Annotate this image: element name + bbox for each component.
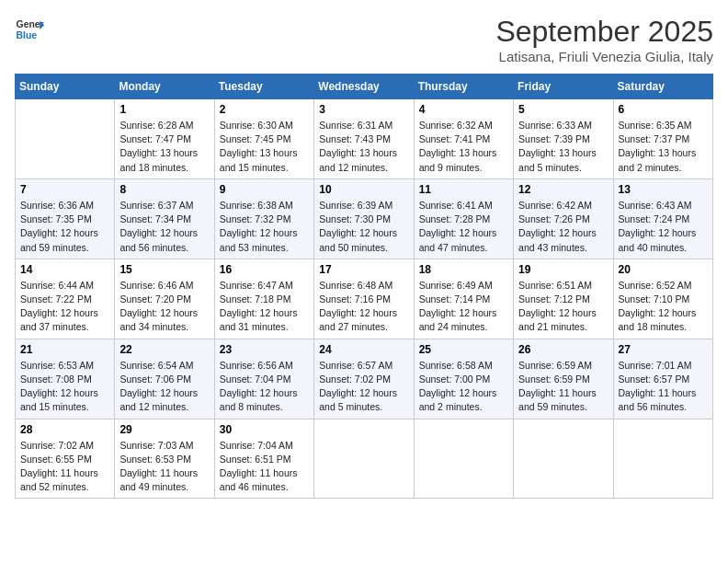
header: General Blue September 2025 Latisana, Fr…	[15, 15, 713, 64]
logo-icon: General Blue	[15, 15, 44, 44]
day-info: Sunrise: 6:48 AM Sunset: 7:16 PM Dayligh…	[319, 279, 408, 335]
day-number: 30	[220, 423, 309, 436]
day-info: Sunrise: 6:37 AM Sunset: 7:34 PM Dayligh…	[119, 199, 209, 255]
calendar-cell: 14Sunrise: 6:44 AM Sunset: 7:22 PM Dayli…	[16, 259, 115, 339]
calendar-cell: 6Sunrise: 6:35 AM Sunset: 7:37 PM Daylig…	[613, 99, 712, 179]
day-number: 25	[419, 343, 508, 356]
calendar-cell: 28Sunrise: 7:02 AM Sunset: 6:55 PM Dayli…	[16, 419, 115, 499]
calendar-week-4: 21Sunrise: 6:53 AM Sunset: 7:08 PM Dayli…	[16, 339, 713, 419]
day-info: Sunrise: 6:52 AM Sunset: 7:10 PM Dayligh…	[619, 279, 708, 335]
day-number: 24	[319, 343, 408, 356]
calendar-cell: 17Sunrise: 6:48 AM Sunset: 7:16 PM Dayli…	[314, 259, 414, 339]
day-info: Sunrise: 6:31 AM Sunset: 7:43 PM Dayligh…	[319, 119, 408, 175]
calendar-cell: 5Sunrise: 6:33 AM Sunset: 7:39 PM Daylig…	[514, 99, 613, 179]
calendar-cell	[414, 419, 513, 499]
day-number: 29	[119, 423, 209, 436]
day-number: 5	[518, 103, 608, 116]
calendar-cell: 1Sunrise: 6:28 AM Sunset: 7:47 PM Daylig…	[115, 99, 214, 179]
day-number: 9	[220, 183, 309, 196]
day-info: Sunrise: 7:04 AM Sunset: 6:51 PM Dayligh…	[220, 439, 309, 495]
day-number: 26	[518, 343, 608, 356]
day-number: 15	[119, 263, 209, 276]
header-cell-friday: Friday	[514, 75, 613, 99]
location-subtitle: Latisana, Friuli Venezia Giulia, Italy	[495, 49, 713, 64]
day-number: 17	[319, 263, 408, 276]
calendar-cell: 23Sunrise: 6:56 AM Sunset: 7:04 PM Dayli…	[214, 339, 313, 419]
calendar-cell: 27Sunrise: 7:01 AM Sunset: 6:57 PM Dayli…	[613, 339, 712, 419]
day-info: Sunrise: 6:49 AM Sunset: 7:14 PM Dayligh…	[419, 279, 508, 335]
day-number: 10	[319, 183, 408, 196]
day-number: 3	[319, 103, 408, 116]
day-number: 20	[619, 263, 708, 276]
calendar-week-1: 1Sunrise: 6:28 AM Sunset: 7:47 PM Daylig…	[16, 99, 713, 179]
day-info: Sunrise: 6:44 AM Sunset: 7:22 PM Dayligh…	[20, 279, 109, 335]
day-number: 22	[119, 343, 209, 356]
day-info: Sunrise: 7:03 AM Sunset: 6:53 PM Dayligh…	[119, 439, 209, 495]
calendar-cell: 30Sunrise: 7:04 AM Sunset: 6:51 PM Dayli…	[214, 419, 313, 499]
day-number: 27	[619, 343, 708, 356]
day-info: Sunrise: 6:36 AM Sunset: 7:35 PM Dayligh…	[20, 199, 109, 255]
svg-text:Blue: Blue	[17, 30, 38, 40]
calendar-cell: 20Sunrise: 6:52 AM Sunset: 7:10 PM Dayli…	[613, 259, 712, 339]
day-info: Sunrise: 6:57 AM Sunset: 7:02 PM Dayligh…	[319, 359, 408, 415]
header-cell-tuesday: Tuesday	[214, 75, 313, 99]
header-cell-thursday: Thursday	[414, 75, 513, 99]
day-number: 4	[419, 103, 508, 116]
calendar-week-5: 28Sunrise: 7:02 AM Sunset: 6:55 PM Dayli…	[16, 419, 713, 499]
day-info: Sunrise: 6:30 AM Sunset: 7:45 PM Dayligh…	[220, 119, 309, 175]
day-info: Sunrise: 6:51 AM Sunset: 7:12 PM Dayligh…	[518, 279, 608, 335]
calendar-cell: 2Sunrise: 6:30 AM Sunset: 7:45 PM Daylig…	[214, 99, 313, 179]
calendar-header: SundayMondayTuesdayWednesdayThursdayFrid…	[16, 75, 713, 99]
header-row: SundayMondayTuesdayWednesdayThursdayFrid…	[16, 75, 713, 99]
day-number: 23	[220, 343, 309, 356]
day-number: 16	[220, 263, 309, 276]
day-number: 1	[119, 103, 209, 116]
day-number: 28	[20, 423, 109, 436]
calendar-cell: 24Sunrise: 6:57 AM Sunset: 7:02 PM Dayli…	[314, 339, 414, 419]
day-number: 8	[119, 183, 209, 196]
day-number: 13	[619, 183, 708, 196]
day-info: Sunrise: 6:28 AM Sunset: 7:47 PM Dayligh…	[119, 119, 209, 175]
day-number: 14	[20, 263, 109, 276]
day-number: 7	[20, 183, 109, 196]
calendar-cell: 9Sunrise: 6:38 AM Sunset: 7:32 PM Daylig…	[214, 178, 313, 259]
day-info: Sunrise: 6:46 AM Sunset: 7:20 PM Dayligh…	[119, 279, 209, 335]
header-cell-monday: Monday	[115, 75, 214, 99]
calendar-cell: 15Sunrise: 6:46 AM Sunset: 7:20 PM Dayli…	[115, 259, 214, 339]
day-info: Sunrise: 6:47 AM Sunset: 7:18 PM Dayligh…	[220, 279, 309, 335]
day-info: Sunrise: 7:01 AM Sunset: 6:57 PM Dayligh…	[619, 359, 708, 415]
calendar-cell: 19Sunrise: 6:51 AM Sunset: 7:12 PM Dayli…	[514, 259, 613, 339]
calendar-cell: 10Sunrise: 6:39 AM Sunset: 7:30 PM Dayli…	[314, 178, 414, 259]
day-info: Sunrise: 7:02 AM Sunset: 6:55 PM Dayligh…	[20, 439, 109, 495]
day-info: Sunrise: 6:54 AM Sunset: 7:06 PM Dayligh…	[119, 359, 209, 415]
day-info: Sunrise: 6:39 AM Sunset: 7:30 PM Dayligh…	[319, 199, 408, 255]
day-info: Sunrise: 6:58 AM Sunset: 7:00 PM Dayligh…	[419, 359, 508, 415]
calendar-cell: 16Sunrise: 6:47 AM Sunset: 7:18 PM Dayli…	[214, 259, 313, 339]
calendar-cell: 29Sunrise: 7:03 AM Sunset: 6:53 PM Dayli…	[115, 419, 214, 499]
calendar-table: SundayMondayTuesdayWednesdayThursdayFrid…	[15, 74, 713, 499]
day-number: 21	[20, 343, 109, 356]
calendar-week-2: 7Sunrise: 6:36 AM Sunset: 7:35 PM Daylig…	[16, 178, 713, 259]
calendar-cell: 7Sunrise: 6:36 AM Sunset: 7:35 PM Daylig…	[16, 178, 115, 259]
calendar-cell: 12Sunrise: 6:42 AM Sunset: 7:26 PM Dayli…	[514, 178, 613, 259]
calendar-cell: 21Sunrise: 6:53 AM Sunset: 7:08 PM Dayli…	[16, 339, 115, 419]
calendar-cell	[16, 99, 115, 179]
header-cell-sunday: Sunday	[16, 75, 115, 99]
day-info: Sunrise: 6:33 AM Sunset: 7:39 PM Dayligh…	[518, 119, 608, 175]
calendar-cell	[314, 419, 414, 499]
day-info: Sunrise: 6:38 AM Sunset: 7:32 PM Dayligh…	[220, 199, 309, 255]
day-number: 12	[518, 183, 608, 196]
calendar-cell: 13Sunrise: 6:43 AM Sunset: 7:24 PM Dayli…	[613, 178, 712, 259]
day-info: Sunrise: 6:53 AM Sunset: 7:08 PM Dayligh…	[20, 359, 109, 415]
logo: General Blue	[15, 15, 44, 44]
day-info: Sunrise: 6:41 AM Sunset: 7:28 PM Dayligh…	[419, 199, 508, 255]
day-info: Sunrise: 6:35 AM Sunset: 7:37 PM Dayligh…	[619, 119, 708, 175]
day-number: 19	[518, 263, 608, 276]
calendar-cell	[613, 419, 712, 499]
day-number: 11	[419, 183, 508, 196]
calendar-body: 1Sunrise: 6:28 AM Sunset: 7:47 PM Daylig…	[16, 99, 713, 499]
header-cell-saturday: Saturday	[613, 75, 712, 99]
day-number: 18	[419, 263, 508, 276]
day-info: Sunrise: 6:56 AM Sunset: 7:04 PM Dayligh…	[220, 359, 309, 415]
title-area: September 2025 Latisana, Friuli Venezia …	[495, 15, 713, 64]
